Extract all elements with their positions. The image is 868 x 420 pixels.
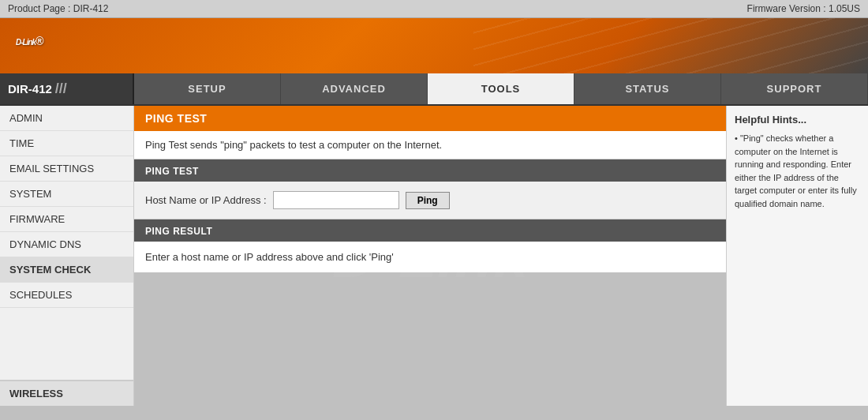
content-wrapper: D-Link PING TEST Ping Test sends "ping" … [134,106,726,406]
tab-status[interactable]: STATUS [574,73,721,104]
sidebar-item-time[interactable]: TIME [0,131,133,156]
ping-test-orange-header: PING TEST [134,106,726,131]
ping-test-body: Host Name or IP Address : Ping [134,182,726,219]
sidebar-footer-wireless: WIRELESS [0,380,133,406]
ping-test-intro: Ping Test sends "ping" packets to test a… [134,131,726,159]
sidebar: ADMIN TIME EMAIL SETTINGS SYSTEM FIRMWAR… [0,106,134,406]
sidebar-item-system-check[interactable]: SYSTEM CHECK [0,257,133,283]
top-bar: Product Page : DIR-412 Firmware Version … [0,0,868,18]
tab-tools[interactable]: TOOLS [428,73,574,104]
ping-result-section: PING RESULT Enter a host name or IP addr… [134,219,726,272]
nav-tabs: DIR-412 /// SETUP ADVANCED TOOLS STATUS … [0,73,868,106]
sidebar-item-schedules[interactable]: SCHEDULES [0,283,133,308]
tab-support[interactable]: SUPPORT [721,73,868,104]
tab-setup[interactable]: SETUP [134,73,281,104]
sidebar-item-admin[interactable]: ADMIN [0,106,133,131]
header: D-Link® [0,18,868,73]
hints-panel: Helpful Hints... • "Ping" checks whether… [726,106,868,406]
ping-result-header: PING RESULT [134,221,726,242]
trademark-icon: ® [36,35,43,47]
hints-title: Helpful Hints... [735,114,860,126]
content-front: PING TEST Ping Test sends "ping" packets… [134,106,726,406]
device-label: DIR-412 /// [0,73,134,104]
ping-test-section-header: PING TEST [134,161,726,182]
sidebar-item-firmware[interactable]: FIRMWARE [0,207,133,232]
main-container: ADMIN TIME EMAIL SETTINGS SYSTEM FIRMWAR… [0,106,868,406]
sidebar-item-email-settings[interactable]: EMAIL SETTINGS [0,156,133,182]
logo-text: D-Link [16,38,36,47]
ping-input[interactable] [273,191,399,209]
ping-test-section: PING TEST Host Name or IP Address : Ping [134,159,726,219]
ping-button[interactable]: Ping [406,192,450,209]
hints-text: • "Ping" checks whether a computer on th… [735,132,860,210]
logo: D-Link® [16,29,43,62]
sidebar-item-system[interactable]: SYSTEM [0,182,133,207]
sidebar-item-dynamic-dns[interactable]: DYNAMIC DNS [0,232,133,257]
ping-result-body: Enter a host name or IP address above an… [134,242,726,272]
tab-advanced[interactable]: ADVANCED [281,73,428,104]
device-slash-icon: /// [55,81,67,97]
ping-label: Host Name or IP Address : [145,194,267,206]
firmware-label: Firmware Version : 1.05US [747,3,860,14]
product-label: Product Page : DIR-412 [8,3,108,14]
